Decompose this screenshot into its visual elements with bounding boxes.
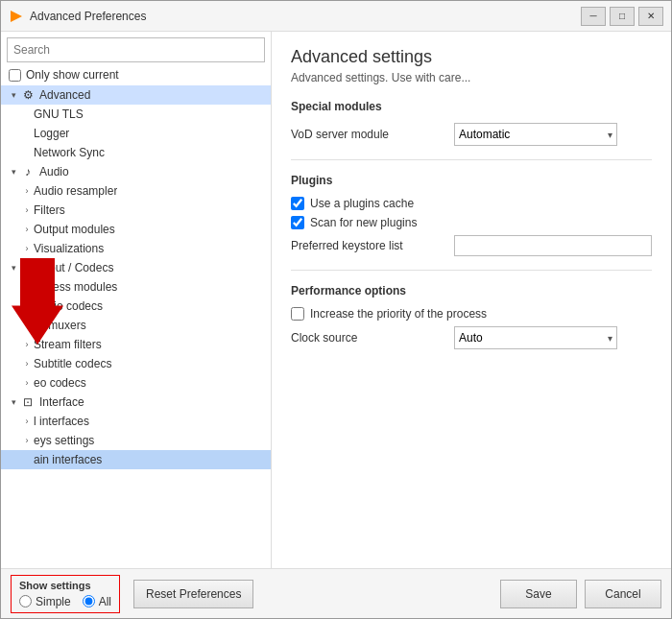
tree-label-visualizations: Visualizations xyxy=(34,242,104,255)
tree-label-audio: Audio xyxy=(39,165,69,179)
tree-arrow-interface: ▾ xyxy=(7,397,20,407)
only-show-current-checkbox[interactable] xyxy=(9,69,21,82)
radio-simple-label: Simple xyxy=(36,595,71,608)
tree-item-output-modules[interactable]: › Output modules xyxy=(1,220,271,239)
maximize-button[interactable]: □ xyxy=(610,7,635,26)
tree-label-audio-resampler: Audio resampler xyxy=(34,184,117,198)
interface-icon: ⊡ xyxy=(20,395,36,409)
tree-label-main-interfaces: l interfaces xyxy=(34,415,89,428)
tree-item-main-interfaces[interactable]: › l interfaces xyxy=(1,412,271,431)
tree-item-audio-resampler[interactable]: › Audio resampler xyxy=(1,181,271,201)
search-box[interactable] xyxy=(7,37,265,62)
keystore-row: Preferred keystore list xyxy=(291,235,652,256)
tree-item-interface[interactable]: ▾ ⊡ Interface xyxy=(1,393,271,412)
left-panel: Only show current ▾ ⚙ Advanced xyxy=(1,32,272,568)
tree-arrow-access-modules: › xyxy=(20,282,34,292)
svg-marker-0 xyxy=(11,11,22,22)
reset-preferences-button[interactable]: Reset Preferences xyxy=(133,580,253,608)
right-panel-subtitle: Advanced settings. Use with care... xyxy=(291,71,652,84)
tree-label-input-codecs: Input / Codecs xyxy=(39,261,113,274)
tree-item-gnutls[interactable]: GNU TLS xyxy=(1,105,271,124)
save-button[interactable]: Save xyxy=(500,580,577,608)
priority-label: Increase the priority of the process xyxy=(310,307,487,321)
use-cache-row: Use a plugins cache xyxy=(291,197,652,210)
tree-label-logger: Logger xyxy=(34,127,69,140)
tree-label-advanced: Advanced xyxy=(39,88,90,102)
tree-label-hotkeys: eys settings xyxy=(34,434,94,447)
vod-server-dropdown-wrapper: Automatic None Custom xyxy=(454,123,617,146)
tree-item-input-codecs[interactable]: ▾ ⊞ Input / Codecs xyxy=(1,258,271,277)
tree-item-main-int2[interactable]: ain interfaces xyxy=(1,450,271,469)
tree-label-access-modules: Access modules xyxy=(34,280,117,294)
tree-label-output-modules: Output modules xyxy=(34,223,115,236)
tree-label-gnutls: GNU TLS xyxy=(34,107,84,121)
tree-item-stream-filters[interactable]: › Stream filters xyxy=(1,335,271,354)
radio-simple[interactable] xyxy=(19,595,32,607)
tree-item-filters[interactable]: › Filters xyxy=(1,201,271,220)
plugins-header: Plugins xyxy=(291,174,652,187)
tree-label-filters: Filters xyxy=(34,203,65,217)
tree-item-access-modules[interactable]: › Access modules xyxy=(1,277,271,297)
advanced-icon: ⚙ xyxy=(20,88,36,102)
use-cache-checkbox[interactable] xyxy=(291,197,304,210)
tree-item-subtitle-codecs[interactable]: › Subtitle codecs xyxy=(1,354,271,373)
cancel-button[interactable]: Cancel xyxy=(585,580,661,608)
window-title: Advanced Preferences xyxy=(30,10,581,23)
search-input[interactable] xyxy=(13,43,258,57)
tree-item-video-codecs[interactable]: › eo codecs xyxy=(1,373,271,393)
main-window: Advanced Preferences ─ □ ✕ Only show cur… xyxy=(0,0,672,619)
tree-item-audio-codecs[interactable]: › Audio codecs xyxy=(1,297,271,316)
right-panel: Advanced settings Advanced settings. Use… xyxy=(272,32,671,568)
scan-plugins-checkbox[interactable] xyxy=(291,216,304,229)
tree-label-audio-codecs: Audio codecs xyxy=(34,299,103,313)
tree-label-main-int2: ain interfaces xyxy=(34,453,102,466)
radio-all-option[interactable]: All xyxy=(83,595,111,608)
main-content: Only show current ▾ ⚙ Advanced xyxy=(1,32,671,568)
tree-arrow-visualizations: › xyxy=(20,244,34,253)
tree-wrapper: ▾ ⚙ Advanced GNU TLS Logger Network xyxy=(1,85,271,568)
show-settings-radio-group: Simple All xyxy=(19,595,111,608)
tree-item-audio[interactable]: ▾ ♪ Audio xyxy=(1,162,271,181)
radio-simple-option[interactable]: Simple xyxy=(19,595,71,608)
keystore-label: Preferred keystore list xyxy=(291,239,444,252)
tree-label-subtitle-codecs: Subtitle codecs xyxy=(34,357,111,370)
tree-item-network-sync[interactable]: Network Sync xyxy=(1,143,271,162)
priority-checkbox[interactable] xyxy=(291,307,304,321)
only-show-current-label: Only show current xyxy=(26,68,119,82)
scan-plugins-row: Scan for new plugins xyxy=(291,216,652,229)
tree-item-hotkeys[interactable]: › eys settings xyxy=(1,431,271,450)
tree-arrow-hotkeys: › xyxy=(20,436,34,445)
scan-plugins-label: Scan for new plugins xyxy=(310,216,417,229)
tree-item-logger[interactable]: Logger xyxy=(1,124,271,143)
tree-item-demuxers[interactable]: › Demuxers xyxy=(1,316,271,335)
minimize-button[interactable]: ─ xyxy=(581,7,606,26)
tree-arrow-input-codecs: ▾ xyxy=(7,263,20,273)
clock-source-label: Clock source xyxy=(291,331,444,345)
tree-arrow-subtitle-codecs: › xyxy=(20,359,34,369)
performance-header: Performance options xyxy=(291,284,652,298)
bottom-bar: Show settings Simple All Reset Preferenc… xyxy=(1,568,671,618)
tree-item-advanced[interactable]: ▾ ⚙ Advanced xyxy=(1,85,271,105)
divider-2 xyxy=(291,270,652,271)
tree-item-visualizations[interactable]: › Visualizations xyxy=(1,239,271,258)
title-bar: Advanced Preferences ─ □ ✕ xyxy=(1,1,671,32)
vod-server-dropdown[interactable]: Automatic None Custom xyxy=(454,123,617,146)
tree-label-demuxers: Demuxers xyxy=(34,319,86,332)
tree-arrow-demuxers: › xyxy=(20,321,34,330)
tree-arrow-main-interfaces: › xyxy=(20,417,34,426)
radio-all[interactable] xyxy=(83,595,95,607)
tree-label-stream-filters: Stream filters xyxy=(34,338,102,351)
close-button[interactable]: ✕ xyxy=(638,7,663,26)
radio-all-label: All xyxy=(99,595,111,608)
tree-label-video-codecs: eo codecs xyxy=(34,376,86,390)
tree-label-interface: Interface xyxy=(39,395,84,409)
tree-label-network-sync: Network Sync xyxy=(34,146,105,159)
keystore-input[interactable] xyxy=(454,235,652,256)
clock-source-row: Clock source Auto System Custom xyxy=(291,326,652,349)
tree-arrow-audio: ▾ xyxy=(7,167,20,177)
special-modules-header: Special modules xyxy=(291,100,652,113)
tree-arrow-advanced: ▾ xyxy=(7,90,20,100)
divider-1 xyxy=(291,159,652,160)
clock-source-dropdown[interactable]: Auto System Custom xyxy=(454,326,617,349)
tree-container[interactable]: ▾ ⚙ Advanced GNU TLS Logger Network xyxy=(1,85,271,568)
